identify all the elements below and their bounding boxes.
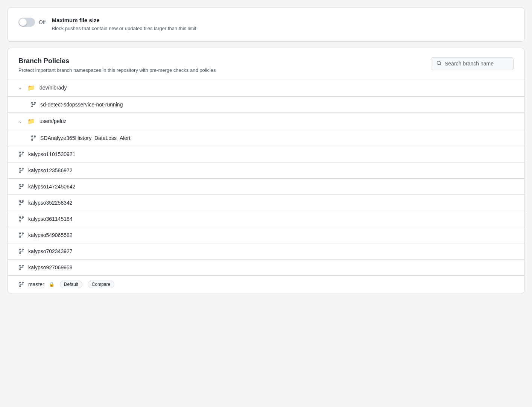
branch-row-sdanalyze: SDAnalyze365History_DataLoss_Alert (8, 130, 524, 146)
branch-name-sdanalyze: SDAnalyze365History_DataLoss_Alert (40, 135, 131, 141)
branch-icon-9 (18, 248, 24, 254)
branch-icon-3 (18, 151, 24, 157)
branch-name-kalypso361145184: kalypso361145184 (28, 216, 73, 222)
branch-icon-4 (18, 167, 24, 173)
branch-row-kalypso6: kalypso549065582 (8, 227, 524, 243)
branch-policies-header: Branch Policies Protect important branch… (8, 48, 524, 79)
branch-name-kalypso549065582: kalypso549065582 (28, 232, 73, 238)
toggle-knob (19, 18, 27, 26)
folder-name-dev-nibrady: dev/nibrady (40, 85, 67, 91)
branch-name-kalypso1101530921: kalypso1101530921 (28, 151, 75, 157)
branch-row-sd-detect: sd-detect-sdopsservice-not-running (8, 97, 524, 113)
folder-name-users-peluz: users/peluz (40, 118, 67, 124)
toggle-row: Off Maximum file size Block pushes that … (18, 17, 514, 32)
toggle-wrap: Off (18, 18, 46, 27)
branch-row-kalypso3: kalypso1472450642 (8, 179, 524, 195)
search-icon (436, 61, 442, 67)
branch-row-kalypso5: kalypso361145184 (8, 211, 524, 227)
search-box[interactable]: Search branch name (431, 57, 514, 70)
branch-row-kalypso2: kalypso123586972 (8, 162, 524, 179)
branch-icon-8 (18, 232, 24, 238)
max-file-size-card: Off Maximum file size Block pushes that … (8, 8, 524, 42)
branch-title-section: Branch Policies Protect important branch… (18, 57, 216, 73)
branch-icon-6 (18, 200, 24, 206)
lock-icon: 🔒 (49, 282, 55, 287)
branch-icon-master (18, 281, 24, 287)
branch-name-master: master (28, 281, 44, 287)
branch-icon-5 (18, 184, 24, 190)
chevron-down-icon[interactable]: ⌄ (18, 85, 22, 90)
branch-name-kalypso352258342: kalypso352258342 (28, 200, 73, 206)
chevron-down-icon-2[interactable]: ⌄ (18, 118, 22, 124)
branch-row-kalypso7: kalypso702343927 (8, 243, 524, 260)
folder-row-users-peluz: ⌄ 📁 users/peluz (8, 113, 524, 130)
folder-icon: 📁 (27, 84, 35, 91)
setting-title: Maximum file size (52, 17, 198, 23)
branch-icon (30, 102, 36, 108)
branch-row-kalypso8: kalypso927069958 (8, 260, 524, 276)
setting-description: Block pushes that contain new or updated… (52, 25, 198, 32)
folder-icon-2: 📁 (27, 118, 35, 125)
branch-list: ⌄ 📁 dev/nibrady sd-detect-sdopsservice-n… (8, 79, 524, 293)
badge-default[interactable]: Default (60, 281, 82, 288)
branch-icon-7 (18, 216, 24, 222)
branch-row-master: master 🔒 Default Compare (8, 276, 524, 293)
search-placeholder-text: Search branch name (445, 61, 494, 67)
branch-icon-10 (18, 264, 24, 270)
max-file-size-toggle[interactable] (18, 18, 35, 27)
branch-name-kalypso123586972: kalypso123586972 (28, 167, 73, 173)
badge-compare[interactable]: Compare (88, 281, 114, 288)
branch-row-kalypso4: kalypso352258342 (8, 195, 524, 211)
branch-name-kalypso1472450642: kalypso1472450642 (28, 184, 75, 190)
folder-row-dev-nibrady: ⌄ 📁 dev/nibrady (8, 79, 524, 97)
branch-policies-card: Branch Policies Protect important branch… (8, 48, 524, 293)
toggle-state-label: Off (39, 19, 46, 25)
branch-name-kalypso927069958: kalypso927069958 (28, 264, 73, 270)
branch-policies-description: Protect important branch namespaces in t… (18, 67, 216, 73)
branch-row-kalypso1: kalypso1101530921 (8, 146, 524, 162)
branch-policies-title: Branch Policies (18, 57, 216, 65)
branch-icon-2 (30, 135, 36, 141)
branch-name-sd-detect: sd-detect-sdopsservice-not-running (40, 102, 123, 108)
setting-info: Maximum file size Block pushes that cont… (52, 17, 198, 32)
branch-name-kalypso702343927: kalypso702343927 (28, 248, 73, 254)
